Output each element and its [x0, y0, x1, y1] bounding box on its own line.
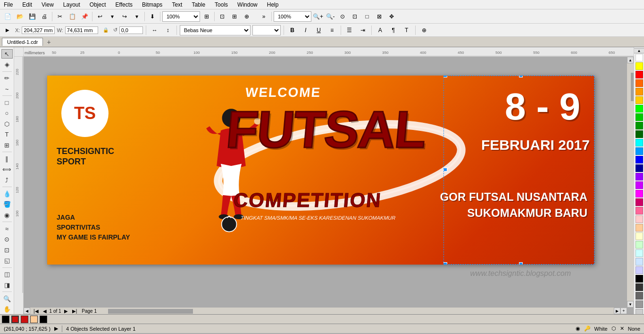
- menu-help[interactable]: Help: [265, 1, 281, 8]
- italic-button[interactable]: I: [300, 25, 311, 36]
- zoom-fit2[interactable]: ⊡: [349, 11, 360, 22]
- redo-dropdown[interactable]: ▾: [131, 11, 142, 22]
- zoom-fit[interactable]: ⊙: [337, 11, 348, 22]
- font-select[interactable]: Bebas Neue: [180, 25, 251, 35]
- import-button[interactable]: ⬇: [147, 11, 158, 22]
- color-swatch-darkgray[interactable]: [636, 283, 643, 291]
- redo-button[interactable]: ↪: [119, 11, 130, 22]
- smart-fill[interactable]: ◉: [1, 210, 13, 220]
- color-swatch-lightblue[interactable]: [636, 258, 643, 265]
- menu-effects[interactable]: Effects: [114, 1, 134, 8]
- color-swatch-lime[interactable]: [636, 105, 643, 112]
- sel-handle-ml[interactable]: [443, 168, 447, 171]
- menu-table[interactable]: Table: [190, 1, 207, 8]
- color-swatch-lavender[interactable]: [636, 266, 643, 274]
- lock-ratio-button[interactable]: 🔒: [100, 25, 111, 36]
- text-align[interactable]: ≡: [326, 25, 338, 36]
- color-swatch-darkgreen[interactable]: [636, 122, 643, 129]
- parallel-tool[interactable]: ∥: [1, 154, 13, 163]
- canvas-area[interactable]: millimeters 50 25 0 50 100 150 200 250 3…: [14, 47, 634, 314]
- snap2[interactable]: ⊞: [229, 11, 240, 22]
- undo-button[interactable]: ↩: [94, 11, 106, 22]
- select-all-button[interactable]: ▶: [2, 25, 13, 36]
- doc-canvas[interactable]: TS TECHSIGNTIC SPORT JAGA SPORTIVITAS MY…: [24, 57, 627, 308]
- color-swatch-cyan[interactable]: [636, 139, 643, 146]
- ellipse-tool[interactable]: ○: [1, 109, 13, 118]
- print-button[interactable]: 🖨: [39, 11, 50, 22]
- palette-scroll-up[interactable]: ▲: [634, 48, 644, 53]
- color-swatch-mintcream[interactable]: [636, 241, 643, 248]
- menu-layout[interactable]: Layout: [61, 1, 82, 8]
- color-swatch-peach[interactable]: [636, 224, 643, 231]
- text-tool[interactable]: T: [1, 129, 13, 139]
- color-box-red[interactable]: [21, 316, 28, 323]
- hscroll-right-btn[interactable]: ▶: [614, 308, 620, 314]
- color-swatch-magenta[interactable]: [636, 190, 643, 197]
- color-swatch-medgray[interactable]: [636, 300, 643, 308]
- freehand-tool[interactable]: ✏: [1, 74, 13, 83]
- menu-edit[interactable]: Edit: [20, 1, 34, 8]
- more-options[interactable]: »: [258, 11, 269, 22]
- color-swatch-white[interactable]: [636, 54, 643, 61]
- smart-draw[interactable]: ~: [1, 84, 13, 94]
- zoom-out-button[interactable]: 🔍-: [325, 11, 336, 22]
- snap3[interactable]: ⊕: [241, 11, 252, 22]
- dropper-tool[interactable]: 💧: [1, 189, 13, 198]
- sel-handle-tl[interactable]: [443, 76, 447, 77]
- zoom-in-button[interactable]: 🔍+: [312, 11, 324, 22]
- bullet-list[interactable]: ☰: [344, 25, 355, 36]
- zoom-select2[interactable]: 100%: [274, 11, 311, 22]
- color-swatch-lightcyan[interactable]: [636, 249, 643, 257]
- transparency-tool[interactable]: ◨: [1, 280, 13, 290]
- hscroll-track[interactable]: [99, 308, 614, 314]
- snap-button[interactable]: ⊡: [217, 11, 228, 22]
- add-tab-button[interactable]: +: [44, 38, 53, 46]
- vscroll-up-btn[interactable]: ▲: [627, 57, 634, 63]
- open-button[interactable]: 📂: [14, 11, 25, 22]
- zoom-tool[interactable]: 🔍: [1, 294, 13, 303]
- zoom-page[interactable]: □: [361, 11, 373, 22]
- color-swatch-red[interactable]: [636, 71, 643, 78]
- zoom-select3[interactable]: ⊠: [374, 11, 385, 22]
- zoom-options[interactable]: ⊞: [201, 11, 212, 22]
- menu-file[interactable]: File: [2, 1, 15, 8]
- contour-tool[interactable]: ⊙: [1, 234, 13, 244]
- color-swatch-gray[interactable]: [636, 292, 643, 300]
- color-swatch-lightpink[interactable]: [636, 207, 643, 214]
- color-swatch-black[interactable]: [636, 275, 643, 283]
- menu-window[interactable]: Window: [235, 1, 259, 8]
- para-format[interactable]: ¶: [388, 25, 399, 36]
- outline-color-indicator[interactable]: [11, 316, 19, 323]
- zoom-in-small[interactable]: +: [620, 308, 627, 314]
- undo-dropdown[interactable]: ▾: [107, 11, 118, 22]
- shape-tool[interactable]: ◈: [1, 60, 13, 69]
- sel-handle-bl[interactable]: [443, 262, 447, 265]
- document-tab[interactable]: Untitled-1.cdr: [2, 38, 43, 46]
- char-format[interactable]: A: [375, 25, 386, 36]
- copy-button[interactable]: 📋: [67, 11, 78, 22]
- color-swatch-darkblue[interactable]: [636, 164, 643, 172]
- fill-color-indicator[interactable]: [2, 316, 9, 323]
- hscroll-thumb[interactable]: [108, 309, 193, 314]
- color-swatch-purple[interactable]: [636, 181, 643, 189]
- color-swatch-pink[interactable]: [636, 198, 643, 206]
- sel-handle-bm[interactable]: [519, 262, 523, 265]
- color-box-black[interactable]: [40, 316, 47, 323]
- color-swatch-gold[interactable]: [636, 96, 643, 104]
- sel-handle-tr[interactable]: [519, 76, 523, 77]
- connector-tool[interactable]: ⤴: [1, 175, 13, 185]
- color-swatch-skyblue[interactable]: [636, 147, 643, 155]
- menu-view[interactable]: View: [40, 1, 56, 8]
- fill-tool[interactable]: 🪣: [1, 199, 13, 209]
- pan-tool[interactable]: ✋: [1, 305, 13, 314]
- first-page-btn[interactable]: |◀: [32, 308, 40, 314]
- color-swatch-lightgray[interactable]: [636, 309, 643, 314]
- menu-bitmaps[interactable]: Bitmaps: [140, 1, 164, 8]
- pan-button[interactable]: ✥: [386, 11, 397, 22]
- rectangle-tool[interactable]: □: [1, 98, 13, 107]
- dimension-tool[interactable]: ⟺: [1, 164, 13, 174]
- paste-button[interactable]: 📌: [79, 11, 90, 22]
- vscroll-thumb[interactable]: [631, 73, 634, 101]
- mirror-h[interactable]: ↔: [149, 25, 160, 36]
- last-page-btn[interactable]: ▶|: [71, 308, 79, 314]
